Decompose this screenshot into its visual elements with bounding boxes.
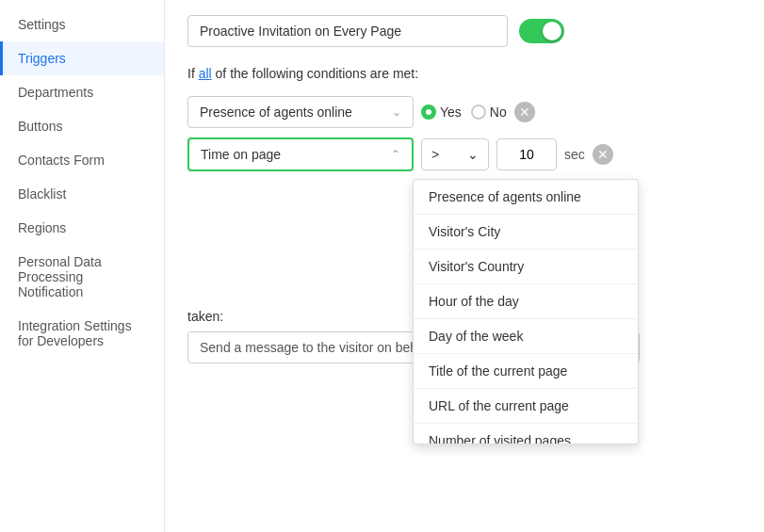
operator-select-2[interactable]: > ⌄	[421, 138, 489, 170]
sidebar-item-departments[interactable]: Departments	[0, 75, 164, 109]
condition-dropdown-2-label: Time on page	[201, 147, 281, 162]
condition-dropdown-2[interactable]: Time on page ⌃	[187, 137, 414, 171]
remove-condition-1-button[interactable]: ✕	[514, 102, 535, 122]
radio-yes[interactable]: Yes	[421, 105, 462, 120]
value-input-2[interactable]	[496, 138, 557, 170]
remove-condition-2-button[interactable]: ✕	[593, 144, 613, 165]
condition-row-2: Time on page ⌃ > ⌄ sec ✕	[187, 137, 741, 171]
conditions-all-link[interactable]: all	[199, 66, 212, 81]
dropdown-option-7[interactable]: Number of visited pages	[414, 424, 638, 443]
dropdown-option-5[interactable]: Title of the current page	[414, 354, 638, 389]
radio-group-1: Yes No	[421, 105, 507, 120]
sidebar-item-blacklist[interactable]: Blacklist	[0, 177, 164, 211]
title-row	[187, 15, 741, 47]
conditions-suffix: of the following conditions are met:	[212, 66, 418, 81]
dropdown-menu: Presence of agents online Visitor's City…	[413, 179, 639, 444]
sidebar-item-triggers[interactable]: Triggers	[0, 41, 164, 75]
radio-no-label: No	[490, 105, 507, 120]
sidebar-item-processing-notification[interactable]: Personal Data Processing Notification	[0, 245, 164, 309]
chevron-down-icon-2: ⌄	[467, 147, 479, 162]
radio-no[interactable]: No	[471, 105, 507, 120]
condition-dropdown-1[interactable]: Presence of agents online ⌄	[187, 96, 414, 128]
condition-row-1: Presence of agents online ⌄ Yes No ✕	[187, 96, 741, 128]
conditions-prefix: If	[187, 66, 199, 81]
radio-no-circle	[471, 105, 486, 120]
chevron-down-icon: ⌄	[392, 105, 401, 119]
dropdown-option-0[interactable]: Presence of agents online	[414, 180, 638, 215]
unit-label-2: sec	[564, 147, 585, 162]
dropdown-option-2[interactable]: Visitor's Country	[414, 250, 638, 284]
dropdown-option-3[interactable]: Hour of the day	[414, 284, 638, 319]
sidebar: Settings Triggers Departments Buttons Co…	[0, 0, 165, 532]
condition-dropdown-1-label: Presence of agents online	[200, 105, 352, 120]
sidebar-item-contacts-form[interactable]: Contacts Form	[0, 143, 164, 177]
conditions-label: If all of the following conditions are m…	[187, 66, 741, 81]
trigger-title-input[interactable]	[187, 15, 508, 47]
dropdown-option-4[interactable]: Day of the week	[414, 319, 638, 354]
dropdown-option-1[interactable]: Visitor's City	[414, 215, 638, 250]
sidebar-item-regions[interactable]: Regions	[0, 211, 164, 245]
operator-label-2: >	[431, 147, 439, 162]
sidebar-item-settings[interactable]: Settings	[0, 8, 164, 41]
dropdown-option-6[interactable]: URL of the current page	[414, 389, 638, 424]
radio-yes-circle	[421, 105, 436, 120]
radio-yes-label: Yes	[440, 105, 462, 120]
chevron-up-icon: ⌃	[391, 148, 400, 161]
sidebar-item-integration-settings[interactable]: Integration Settings for Developers	[0, 309, 164, 358]
sidebar-item-buttons[interactable]: Buttons	[0, 109, 164, 143]
main-content: If all of the following conditions are m…	[165, 0, 764, 532]
dropdown-menu-scroll: Presence of agents online Visitor's City…	[414, 180, 638, 443]
trigger-toggle[interactable]	[519, 19, 564, 43]
